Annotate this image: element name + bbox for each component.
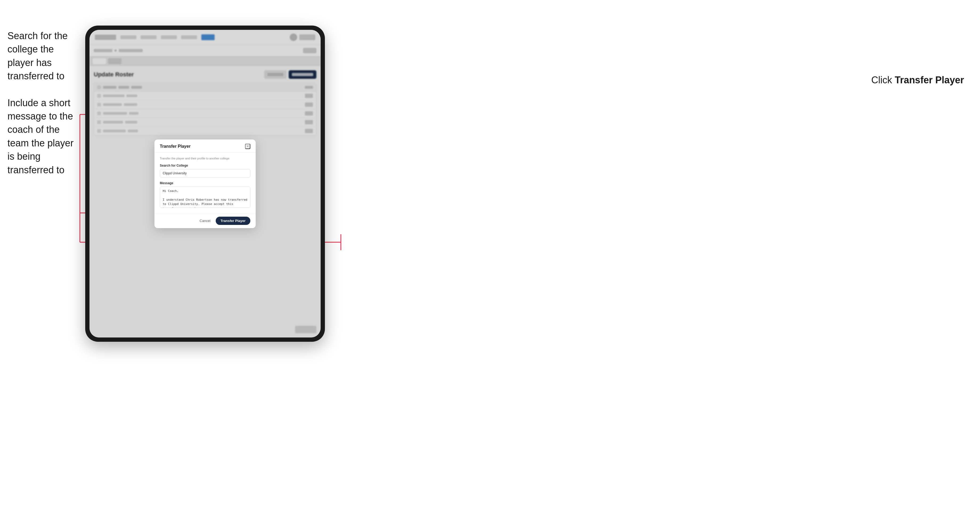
ipad-device: Update Roster xyxy=(85,25,325,342)
transfer-player-button[interactable]: Transfer Player xyxy=(216,217,250,225)
modal-body: Transfer the player and their profile to… xyxy=(154,152,256,213)
modal-close-button[interactable]: × xyxy=(245,144,250,149)
cancel-button[interactable]: Cancel xyxy=(197,217,213,224)
modal-overlay: Transfer Player × Transfer the player an… xyxy=(89,30,321,338)
search-college-label: Search for College xyxy=(160,163,250,167)
modal-subtitle: Transfer the player and their profile to… xyxy=(160,157,250,160)
annotation-right: Click Transfer Player xyxy=(871,75,964,86)
transfer-player-modal: Transfer Player × Transfer the player an… xyxy=(154,140,256,228)
modal-footer: Cancel Transfer Player xyxy=(154,213,256,228)
ipad-screen: Update Roster xyxy=(89,30,321,338)
annotation-text-search: Search for the college the player has tr… xyxy=(8,29,82,83)
modal-title: Transfer Player xyxy=(160,144,191,149)
search-college-input[interactable] xyxy=(160,169,250,178)
modal-header: Transfer Player × xyxy=(154,140,256,152)
annotation-left-top: Search for the college the player has tr… xyxy=(8,29,82,190)
message-label: Message xyxy=(160,181,250,185)
message-textarea[interactable]: Hi Coach, I understand Chris Robertson h… xyxy=(160,187,250,208)
annotation-text-message: Include a short message to the coach of … xyxy=(8,96,82,177)
annotation-transfer-bold: Transfer Player xyxy=(895,75,964,86)
